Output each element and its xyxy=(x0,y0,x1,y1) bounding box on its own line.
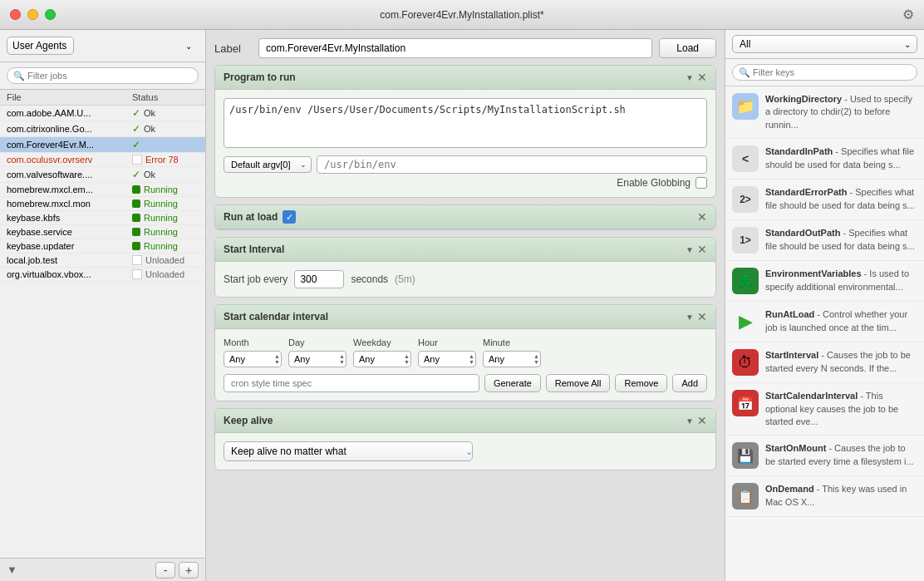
add-button[interactable]: Add xyxy=(672,374,707,392)
argv-select[interactable]: Default argv[0] xyxy=(224,156,312,173)
list-item[interactable]: local.job.test Unloaded xyxy=(0,254,205,268)
list-item[interactable]: org.virtualbox.vbox... Unloaded xyxy=(0,268,205,282)
stepper-up-icon[interactable]: ▲ xyxy=(469,353,474,359)
key-item[interactable]: 📅StartCalendarInterval - This optional k… xyxy=(725,383,924,436)
stepper-down-icon[interactable]: ▼ xyxy=(274,359,280,365)
key-item[interactable]: 2>StandardErrorPath - Specifies what fil… xyxy=(725,180,924,220)
list-item[interactable]: com.valvesoftware....✓ Ok xyxy=(0,167,205,183)
stepper-down-icon[interactable]: ▼ xyxy=(533,359,539,365)
load-button[interactable]: Load xyxy=(659,38,716,58)
key-text: StartInterval - Causes the job to be sta… xyxy=(765,349,917,375)
program-textarea[interactable] xyxy=(224,98,707,148)
globbing-checkbox[interactable] xyxy=(695,177,707,189)
generate-button[interactable]: Generate xyxy=(484,374,541,392)
keep-alive-close-icon[interactable]: ✕ xyxy=(697,414,707,427)
list-item[interactable]: keybase.kbfs Running xyxy=(0,211,205,225)
minimize-button[interactable] xyxy=(27,9,38,20)
key-text: WorkingDirectory - Used to specify a dir… xyxy=(765,93,917,131)
key-item[interactable]: <StandardInPath - Specifies what file sh… xyxy=(725,139,924,180)
window-controls xyxy=(10,9,56,20)
calendar-interval-collapse-icon[interactable]: ▼ xyxy=(686,313,694,322)
list-item[interactable]: homebrew.mxcl.mon Running xyxy=(0,197,205,211)
stepper-up-icon[interactable]: ▲ xyxy=(339,353,345,359)
col-file: File xyxy=(7,92,132,102)
filter-input[interactable] xyxy=(7,67,199,84)
titlebar: com.Forever4Evr.MyInstallation.plist* ⚙ xyxy=(0,0,924,30)
calendar-stepper-input[interactable] xyxy=(483,351,541,367)
program-row: Default argv[0] xyxy=(224,155,707,174)
list-item[interactable]: homebrew.mxcl.em... Running xyxy=(0,183,205,197)
remove-all-button[interactable]: Remove All xyxy=(546,374,611,392)
key-item[interactable]: 💾StartOnMount - Causes the job to be sta… xyxy=(725,436,924,476)
window-title: com.Forever4Evr.MyInstallation.plist* xyxy=(380,9,543,21)
calendar-interval-section: Start calendar interval ▼ ✕ Month▲▼Day▲▼… xyxy=(214,304,716,401)
key-item[interactable]: 📁WorkingDirectory - Used to specify a di… xyxy=(725,86,924,139)
key-item[interactable]: 🌲EnvironmentVariables - Is used to speci… xyxy=(725,261,924,302)
key-name: StandardOutPath xyxy=(765,228,843,238)
running-dot xyxy=(132,199,140,208)
run-at-load-checkbox[interactable]: ✓ xyxy=(283,210,296,224)
start-interval-collapse-icon[interactable]: ▼ xyxy=(686,245,694,254)
run-at-load-section: Run at load ✓ ✕ xyxy=(214,204,716,230)
interval-input[interactable] xyxy=(294,270,344,288)
interval-unit: seconds xyxy=(351,273,388,285)
stepper-arrows: ▲▼ xyxy=(533,351,539,367)
filter-search-icon: 🔍 xyxy=(13,71,25,81)
calendar-col-header: Hour xyxy=(418,337,476,347)
stepper-down-icon[interactable]: ▼ xyxy=(339,359,345,365)
key-item[interactable]: ⏱StartInterval - Causes the job to be st… xyxy=(725,342,924,383)
stepper-down-icon[interactable]: ▼ xyxy=(404,359,410,365)
calendar-col-month: Month▲▼ xyxy=(224,337,282,367)
keep-alive-select[interactable]: Keep alive no matter what xyxy=(224,441,473,461)
agent-selector[interactable]: User Agents xyxy=(7,37,74,55)
list-item[interactable]: keybase.updater Running xyxy=(0,239,205,254)
key-item[interactable]: ▶RunAtLoad - Control whether your job is… xyxy=(725,302,924,342)
calendar-interval-close-icon[interactable]: ✕ xyxy=(697,310,707,323)
label-input[interactable] xyxy=(258,38,652,58)
calendar-stepper-input[interactable] xyxy=(353,351,411,367)
key-item[interactable]: 📋OnDemand - This key was used in Mac OS … xyxy=(725,476,924,517)
file-status: Unloaded xyxy=(132,269,199,279)
stepper-up-icon[interactable]: ▲ xyxy=(274,353,280,359)
calendar-stepper-input[interactable] xyxy=(288,351,346,367)
checkbox-icon xyxy=(132,255,142,265)
list-item[interactable]: com.oculusvr.ovrserv Error 78 xyxy=(0,153,205,167)
argv-input[interactable] xyxy=(317,155,707,174)
maximize-button[interactable] xyxy=(45,9,56,20)
cron-input[interactable] xyxy=(224,374,479,392)
stepper-up-icon[interactable]: ▲ xyxy=(533,353,539,359)
stepper-up-icon[interactable]: ▲ xyxy=(404,353,410,359)
checkbox-icon xyxy=(132,269,142,279)
stepper-down-icon[interactable]: ▼ xyxy=(469,359,474,365)
remove-item-button[interactable]: - xyxy=(155,562,175,579)
calendar-stepper-wrapper: ▲▼ xyxy=(224,351,282,367)
right-filter: 🔍 xyxy=(725,59,924,86)
start-interval-section: Start Interval ▼ ✕ Start job every secon… xyxy=(214,237,716,298)
all-select[interactable]: All xyxy=(732,35,917,53)
calendar-stepper-input[interactable] xyxy=(418,351,476,367)
start-interval-close-icon[interactable]: ✕ xyxy=(697,243,707,256)
keep-alive-collapse-icon[interactable]: ▼ xyxy=(686,416,694,426)
calendar-stepper-wrapper: ▲▼ xyxy=(353,351,411,367)
calendar-stepper-input[interactable] xyxy=(224,351,282,367)
right-filter-input[interactable] xyxy=(732,64,917,81)
program-section-body: Default argv[0] Enable Globbing xyxy=(215,90,715,197)
file-name: com.adobe.AAM.U... xyxy=(7,108,132,118)
list-item[interactable]: com.adobe.AAM.U...✓ Ok xyxy=(0,106,205,121)
list-item[interactable]: com.citrixonline.Go...✓ Ok xyxy=(0,121,205,137)
file-name: com.Forever4Evr.M... xyxy=(7,140,132,150)
close-button[interactable] xyxy=(10,9,21,20)
list-item[interactable]: com.Forever4Evr.M...✓ xyxy=(0,137,205,153)
remove-button[interactable]: Remove xyxy=(615,374,667,392)
filter-icon[interactable]: ▼ xyxy=(7,564,17,576)
key-icon-run: ▶ xyxy=(732,308,759,335)
key-text: StandardInPath - Specifies what file sho… xyxy=(765,145,917,171)
all-select-wrapper: All xyxy=(732,35,917,53)
run-at-load-close-icon[interactable]: ✕ xyxy=(697,210,707,224)
key-item[interactable]: 1>StandardOutPath - Specifies what file … xyxy=(725,220,924,261)
add-item-button[interactable]: + xyxy=(179,562,199,579)
list-item[interactable]: keybase.service Running xyxy=(0,225,205,239)
program-collapse-icon[interactable]: ▼ xyxy=(686,73,694,82)
file-name: keybase.updater xyxy=(7,241,132,251)
program-close-icon[interactable]: ✕ xyxy=(697,71,707,84)
